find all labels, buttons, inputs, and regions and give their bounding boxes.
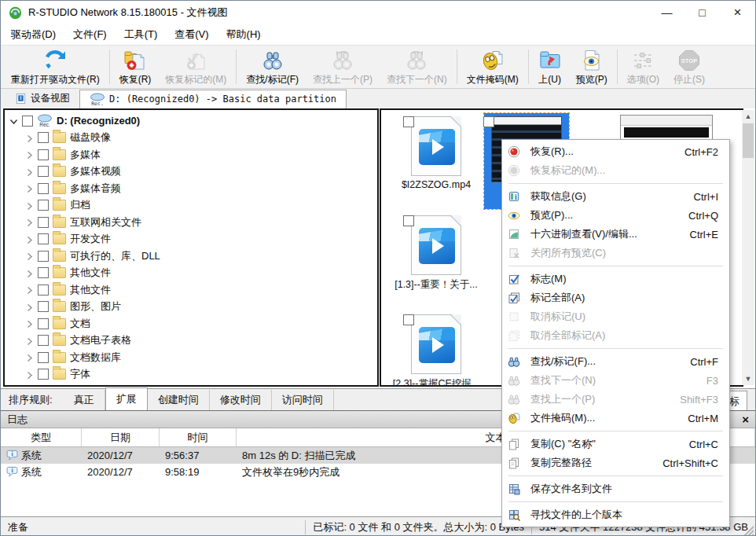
context-menu-item-recover-marked-small[interactable]: 恢复标记的(M)...	[502, 161, 729, 180]
file-checkbox[interactable]	[403, 314, 414, 325]
tab-partition[interactable]: Rec. D: (Recognized0) -> Basic data part…	[79, 90, 347, 108]
tree-folder-checkbox[interactable]	[38, 251, 49, 262]
tree-folder-row[interactable]: 互联网相关文件	[5, 214, 377, 231]
chevron-right-icon[interactable]	[25, 201, 34, 210]
tree-folder-row[interactable]: 其他文件	[5, 265, 377, 282]
tree-folder-row[interactable]: 归档	[5, 197, 377, 215]
tree-root-checkbox[interactable]	[22, 116, 33, 127]
sort-tab-3[interactable]: 修改时间	[210, 390, 272, 410]
tree-root-row[interactable]: Rec.D: (Recognized0)	[5, 112, 377, 130]
log-column-header-1[interactable]: 日期	[82, 428, 160, 446]
tree-folder-checkbox[interactable]	[38, 335, 49, 346]
vertical-scrollbar[interactable]: ▲ ▼	[742, 110, 754, 385]
tree-folder-row[interactable]: 其他文件	[5, 281, 377, 299]
context-menu-item-find-previous-small[interactable]: 查找上一个(P)Shift+F3	[502, 390, 729, 409]
tree-folder-row[interactable]: 字体	[5, 366, 377, 384]
context-menu-item-find-mark-small[interactable]: 查找/标记(F)...Ctrl+F	[502, 352, 729, 371]
tree-folder-row[interactable]: 多媒体	[5, 146, 377, 163]
toolbar-button-up[interactable]: 上(U)	[531, 47, 569, 86]
tree-folder-checkbox[interactable]	[38, 200, 49, 211]
log-column-header-2[interactable]: 时间	[160, 428, 237, 446]
chevron-right-icon[interactable]	[25, 370, 34, 379]
chevron-right-icon[interactable]	[25, 285, 34, 294]
toolbar-button-options[interactable]: 选项(O)	[620, 47, 666, 86]
chevron-right-icon[interactable]	[25, 353, 34, 362]
context-menu-item-mark-all[interactable]: 标记全部(A)	[502, 288, 729, 307]
tree-folder-checkbox[interactable]	[38, 352, 49, 363]
scroll-down-arrow[interactable]: ▼	[742, 373, 754, 385]
sort-tab-2[interactable]: 创建时间	[148, 390, 210, 410]
file-item[interactable]: $I2ZSZOG.mp4	[386, 113, 486, 209]
toolbar-button-reopen-drive[interactable]: 重新打开驱动文件(R)	[4, 47, 107, 86]
context-menu-item-preview-small[interactable]: 预览(P)...Ctrl+Q	[502, 206, 729, 225]
sort-tab-4[interactable]: 访问时间	[272, 390, 334, 410]
context-menu-item-hex-view[interactable]: 十六进制查看(V)/编辑...Ctrl+E	[502, 225, 729, 244]
tab-device-view[interactable]: i 设备视图	[6, 90, 79, 108]
context-menu-item-unmark-all[interactable]: 取消全部标记(A)	[502, 326, 729, 345]
context-menu-item-save-filenames[interactable]: 保存文件名到文件	[502, 479, 729, 498]
chevron-right-icon[interactable]	[25, 134, 34, 142]
context-menu-item-mark[interactable]: 标志(M)	[502, 270, 729, 288]
context-menu-item-copy[interactable]: 复制(C) "名称"Ctrl+C	[502, 435, 729, 453]
close-button[interactable]: ×	[720, 1, 755, 24]
chevron-right-icon[interactable]	[25, 218, 34, 226]
maximize-button[interactable]: □	[684, 1, 720, 24]
resize-grip[interactable]	[744, 526, 754, 535]
tree-folder-row[interactable]: 多媒体视频	[5, 163, 377, 181]
chevron-right-icon[interactable]	[25, 319, 34, 328]
tree-folder-checkbox[interactable]	[38, 132, 49, 143]
toolbar-button-preview[interactable]: 预览(P)	[569, 47, 615, 86]
tree-folder-row[interactable]: 多媒体音频	[5, 180, 377, 197]
tree-folder-checkbox[interactable]	[38, 183, 49, 194]
scrollbar-thumb[interactable]	[743, 123, 754, 158]
chevron-right-icon[interactable]	[25, 150, 34, 159]
tree-folder-checkbox[interactable]	[38, 267, 49, 278]
chevron-right-icon[interactable]	[25, 303, 34, 311]
context-menu-item-copy-path[interactable]: 复制完整路径Ctrl+Shift+C	[502, 453, 729, 472]
tree-folder-checkbox[interactable]	[38, 285, 49, 296]
file-checkbox[interactable]	[483, 116, 494, 127]
minimize-button[interactable]: —	[649, 1, 684, 24]
toolbar-button-find-previous[interactable]: 查找上一个(P)	[306, 47, 380, 86]
tree-folder-row[interactable]: 文档数据库	[5, 349, 377, 366]
log-close-icon[interactable]: ×	[742, 413, 749, 425]
tree-folder-checkbox[interactable]	[38, 301, 49, 312]
tree-folder-row[interactable]: 开发文件	[5, 231, 377, 248]
context-menu-item-find-previous-version[interactable]: 寻找文件的上个版本	[502, 505, 729, 524]
tree-folder-checkbox[interactable]	[38, 233, 49, 244]
context-menu-item-file-mask-small[interactable]: 文件掩码(M)...Ctrl+M	[502, 409, 729, 428]
sort-tab-1[interactable]: 扩展	[105, 387, 148, 412]
sort-tab-0[interactable]: 真正	[64, 390, 105, 410]
toolbar-button-find-mark[interactable]: 查找/标记(F)	[239, 47, 306, 86]
menu-item-3[interactable]: 查看(V)	[166, 25, 217, 44]
chevron-right-icon[interactable]	[25, 336, 34, 345]
chevron-right-icon[interactable]	[25, 269, 34, 277]
chevron-down-icon[interactable]	[9, 116, 18, 125]
file-checkbox[interactable]	[403, 116, 414, 127]
file-item[interactable]: [1.3]--重要！关于...	[386, 212, 486, 308]
context-menu-item-close-previews[interactable]: 关闭所有预览(C)	[502, 244, 729, 262]
toolbar-button-recover-marked[interactable]: 恢复标记的(M)	[158, 47, 233, 86]
tree-folder-row[interactable]: 文档	[5, 315, 377, 332]
file-item[interactable]: [2.3]--掌握CE挖掘...	[386, 311, 486, 387]
menu-item-1[interactable]: 文件(F)	[64, 25, 116, 44]
tree-folder-row[interactable]: 磁盘映像	[5, 130, 377, 147]
toolbar-button-file-mask[interactable]: 文件掩码(M)	[460, 47, 526, 86]
context-menu-item-info[interactable]: i获取信息(G)Ctrl+I	[502, 187, 729, 206]
tree-folder-checkbox[interactable]	[38, 318, 49, 329]
tree-folder-row[interactable]: 图形、图片	[5, 299, 377, 316]
menu-item-0[interactable]: 驱动器(D)	[2, 25, 64, 44]
context-menu-item-find-next-small[interactable]: 查找下一个(N)F3	[502, 371, 729, 390]
tree-folder-checkbox[interactable]	[38, 149, 49, 160]
menu-item-2[interactable]: 工具(T)	[116, 25, 167, 44]
menu-item-4[interactable]: 帮助(H)	[218, 25, 270, 44]
tree-folder-row[interactable]: 文档电子表格	[5, 332, 377, 350]
tree-folder-checkbox[interactable]	[38, 217, 49, 228]
chevron-right-icon[interactable]	[25, 235, 34, 244]
tree-folder-row[interactable]: 可执行的、库、DLL	[5, 248, 377, 265]
context-menu-item-recover-small[interactable]: 恢复(R)...Ctrl+F2	[502, 142, 729, 161]
tree-folder-checkbox[interactable]	[38, 166, 49, 177]
toolbar-button-recover[interactable]: 恢复(R)	[112, 47, 159, 86]
toolbar-button-find-next[interactable]: 查找下一个(N)	[380, 47, 454, 86]
tree-folder-checkbox[interactable]	[38, 369, 49, 380]
